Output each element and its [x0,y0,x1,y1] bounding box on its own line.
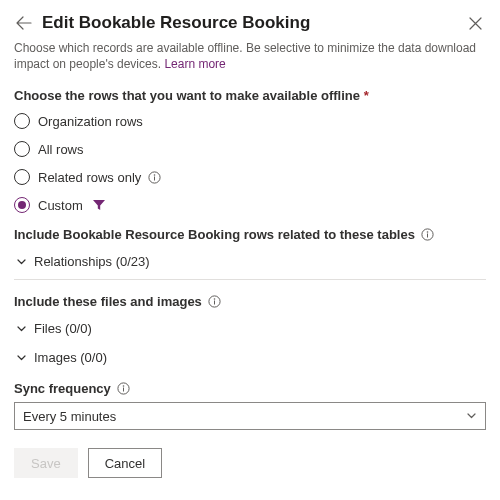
svg-point-1 [154,174,156,176]
arrow-left-icon [16,15,32,31]
save-button: Save [14,448,78,478]
radio-icon [14,141,30,157]
sync-frequency-select[interactable]: Every 5 minutes [14,402,486,430]
sync-frequency-value: Every 5 minutes [23,409,116,424]
radio-icon [14,197,30,213]
svg-point-7 [214,299,216,301]
include-files-label: Include these files and images [14,294,486,309]
svg-rect-11 [123,388,124,392]
svg-rect-5 [427,234,428,238]
intro-body: Choose which records are available offli… [14,41,476,71]
svg-rect-8 [214,301,215,305]
chevron-down-icon [14,351,28,365]
panel-title: Edit Bookable Resource Booking [42,13,464,33]
intro-text: Choose which records are available offli… [14,40,486,72]
svg-rect-2 [154,176,155,180]
info-icon[interactable] [421,228,435,242]
sync-frequency-label: Sync frequency [14,381,486,396]
images-expander[interactable]: Images (0/0) [14,348,486,367]
relationships-label: Relationships (0/23) [34,254,150,269]
radio-label: Custom [38,198,83,213]
close-icon [469,17,482,30]
info-icon[interactable] [147,170,161,184]
radio-icon [14,169,30,185]
info-icon[interactable] [208,295,222,309]
svg-point-10 [123,386,125,388]
chevron-down-icon [14,322,28,336]
close-button[interactable] [464,12,486,34]
radio-organization-rows[interactable]: Organization rows [14,113,486,129]
images-label: Images (0/0) [34,350,107,365]
rows-section-label: Choose the rows that you want to make av… [14,88,486,103]
relationships-expander[interactable]: Relationships (0/23) [14,252,486,271]
chevron-down-icon [466,409,477,424]
learn-more-link[interactable]: Learn more [164,57,225,71]
filter-button[interactable] [91,197,107,213]
radio-label: Organization rows [38,114,143,129]
radio-label: Related rows only [38,170,141,185]
svg-point-4 [427,232,429,234]
info-icon[interactable] [117,382,131,396]
include-related-label: Include Bookable Resource Booking rows r… [14,227,486,242]
radio-label: All rows [38,142,84,157]
back-button[interactable] [14,13,34,33]
files-expander[interactable]: Files (0/0) [14,319,486,338]
radio-icon [14,113,30,129]
chevron-down-icon [14,255,28,269]
radio-all-rows[interactable]: All rows [14,141,486,157]
divider [14,279,486,280]
cancel-button[interactable]: Cancel [88,448,162,478]
files-label: Files (0/0) [34,321,92,336]
radio-related-rows-only[interactable]: Related rows only [14,169,486,185]
radio-custom[interactable]: Custom [14,197,486,213]
filter-icon [92,198,106,212]
rows-radio-group: Organization rows All rows Related rows … [14,113,486,213]
